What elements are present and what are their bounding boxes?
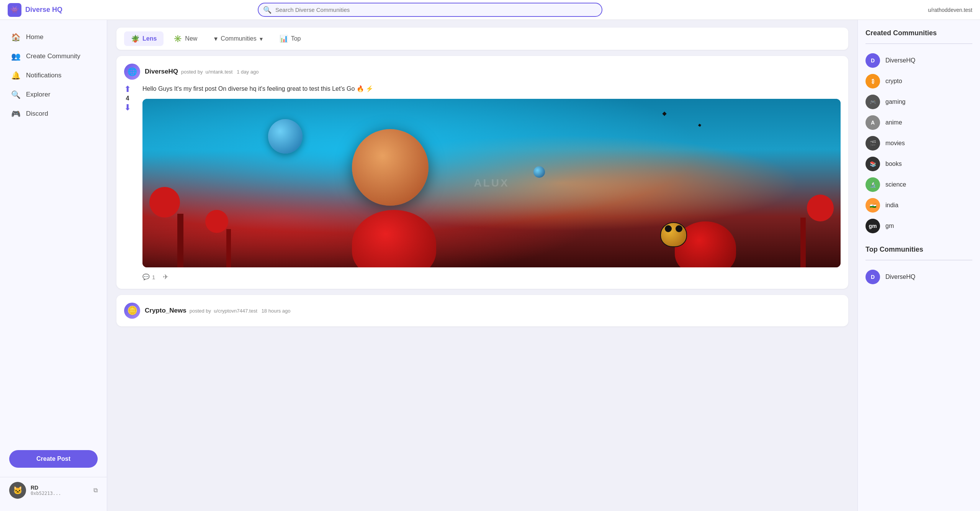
ladybug-eye-r bbox=[676, 225, 682, 232]
community-avatar-anime: A bbox=[865, 115, 880, 130]
second-post-submeta: posted by u/cryptovn7447.test 18 hours a… bbox=[188, 308, 290, 314]
community-item-anime[interactable]: A anime bbox=[865, 112, 972, 133]
user-handle: u/rathoddeven.test bbox=[928, 7, 972, 13]
sidebar-item-label-explorer: Explorer bbox=[26, 91, 50, 98]
nav-items: 🏠Home👥Create Community🔔Notifications🔍Exp… bbox=[0, 28, 107, 123]
right-sidebar: Created Communities D DiverseHQ ₿ crypto… bbox=[857, 20, 980, 511]
top-communities-list: D DiverseHQ bbox=[865, 267, 972, 287]
search-input[interactable] bbox=[258, 3, 602, 17]
community-name-movies: movies bbox=[885, 140, 905, 147]
app-logo-icon: 👾 bbox=[8, 3, 21, 17]
user-info: RD 0xb52213... bbox=[31, 485, 89, 496]
avatar: 🐱 bbox=[9, 482, 26, 499]
community-name-gm: gm bbox=[885, 223, 894, 229]
tab-top[interactable]: 📊Top bbox=[273, 31, 308, 46]
community-name-anime: anime bbox=[885, 119, 902, 126]
tree-trunk-2 bbox=[226, 229, 231, 267]
sidebar-item-notifications[interactable]: 🔔Notifications bbox=[0, 66, 107, 85]
community-name-india: india bbox=[885, 202, 898, 209]
community-name-crypto: crypto bbox=[885, 78, 902, 85]
top-community-name-diversehq-top: DiverseHQ bbox=[885, 274, 915, 280]
second-post-community-name[interactable]: Crypto_News bbox=[145, 307, 187, 314]
community-item-books[interactable]: 📚 books bbox=[865, 154, 972, 174]
community-item-science[interactable]: 🔬 science bbox=[865, 174, 972, 195]
post-submeta: posted by u/mtank.test 1 day ago bbox=[180, 69, 258, 75]
search-bar: 🔍 bbox=[258, 3, 602, 17]
top-tab-label: Top bbox=[291, 35, 301, 42]
second-post-header: 🪙 Crypto_News posted by u/cryptovn7447.t… bbox=[124, 303, 841, 319]
tree-top-1 bbox=[149, 187, 180, 218]
sidebar-item-discord[interactable]: 🎮Discord bbox=[0, 104, 107, 123]
created-communities-title: Created Communities bbox=[865, 29, 972, 37]
left-sidebar: 🏠Home👥Create Community🔔Notifications🔍Exp… bbox=[0, 20, 107, 511]
tree-top-2 bbox=[205, 210, 228, 233]
top-communities-title: Top Communities bbox=[865, 246, 972, 254]
tab-new[interactable]: ✳️New bbox=[167, 31, 204, 46]
create-community-icon: 👥 bbox=[11, 52, 21, 61]
tab-communities[interactable]: ▾Communities▾ bbox=[207, 31, 269, 46]
communities-tab-icon: ▾ bbox=[214, 34, 218, 43]
community-item-diversehq[interactable]: D DiverseHQ bbox=[865, 50, 972, 71]
community-avatar-diversehq: D bbox=[865, 53, 880, 68]
ladybug-eye-l bbox=[665, 225, 672, 232]
notifications-icon: 🔔 bbox=[11, 71, 21, 80]
sidebar-item-home[interactable]: 🏠Home bbox=[0, 28, 107, 47]
sidebar-item-create-community[interactable]: 👥Create Community bbox=[0, 47, 107, 66]
top-tab-icon: 📊 bbox=[280, 34, 288, 43]
post-image-scene: ALUX bbox=[142, 99, 841, 267]
feed-tabs: 🪴Lens✳️New▾Communities▾📊Top bbox=[116, 28, 848, 50]
community-name-gaming: gaming bbox=[885, 98, 905, 105]
second-post-meta: Crypto_News posted by u/cryptovn7447.tes… bbox=[145, 307, 841, 314]
vote-count: 4 bbox=[126, 95, 129, 102]
page-body: 🏠Home👥Create Community🔔Notifications🔍Exp… bbox=[0, 20, 980, 511]
community-avatar-gm: gm bbox=[865, 219, 880, 233]
vote-column: ⬆ 4 ⬇ bbox=[124, 84, 131, 281]
second-post-author: u/cryptovn7447.test bbox=[214, 308, 257, 314]
sidebar-item-label-create-community: Create Community bbox=[26, 52, 80, 60]
user-profile: 🐱 RD 0xb52213... ⧉ bbox=[0, 477, 107, 503]
sidebar-item-label-home: Home bbox=[26, 33, 43, 41]
tab-lens[interactable]: 🪴Lens bbox=[124, 31, 164, 46]
new-tab-label: New bbox=[185, 35, 197, 42]
lens-tab-label: Lens bbox=[142, 35, 157, 42]
downvote-button[interactable]: ⬇ bbox=[124, 103, 131, 113]
create-post-button[interactable]: Create Post bbox=[9, 450, 98, 468]
lens-tab-icon: 🪴 bbox=[131, 34, 139, 43]
top-community-avatar-diversehq-top: D bbox=[865, 270, 880, 284]
sidebar-item-explorer[interactable]: 🔍Explorer bbox=[0, 85, 107, 104]
header: 👾 Diverse HQ 🔍 u/rathoddeven.test bbox=[0, 0, 980, 20]
post-author: u/mtank.test bbox=[206, 69, 233, 75]
post-main-content: Hello Guys It's my first post On diverse… bbox=[142, 84, 841, 281]
planet-1 bbox=[268, 119, 303, 154]
discord-icon: 🎮 bbox=[11, 109, 21, 118]
divider-1 bbox=[865, 43, 972, 44]
community-name-diversehq: DiverseHQ bbox=[885, 57, 915, 64]
community-item-india[interactable]: 🇮🇳 india bbox=[865, 195, 972, 216]
upvote-button[interactable]: ⬆ bbox=[124, 84, 131, 94]
tree-trunk-1 bbox=[177, 214, 183, 267]
new-tab-icon: ✳️ bbox=[173, 34, 182, 43]
share-icon: ✈ bbox=[163, 273, 169, 281]
copy-address-icon[interactable]: ⧉ bbox=[93, 487, 98, 494]
community-avatar-movies: 🎬 bbox=[865, 136, 880, 151]
flying-object-2 bbox=[698, 124, 701, 127]
share-button[interactable]: ✈ bbox=[163, 273, 169, 281]
post-actions: 💬 1 ✈ bbox=[142, 273, 841, 281]
communities-tab-label: Communities bbox=[221, 35, 256, 42]
comment-button[interactable]: 💬 1 bbox=[142, 274, 155, 280]
second-post-card: 🪙 Crypto_News posted by u/cryptovn7447.t… bbox=[116, 295, 848, 326]
main-feed: 🪴Lens✳️New▾Communities▾📊Top 🌐 DiverseHQ … bbox=[107, 20, 857, 511]
community-item-gm[interactable]: gm gm bbox=[865, 216, 972, 236]
community-item-movies[interactable]: 🎬 movies bbox=[865, 133, 972, 154]
top-community-item-diversehq-top[interactable]: D DiverseHQ bbox=[865, 267, 972, 287]
community-item-crypto[interactable]: ₿ crypto bbox=[865, 71, 972, 92]
home-icon: 🏠 bbox=[11, 33, 21, 42]
community-item-gaming[interactable]: 🎮 gaming bbox=[865, 92, 972, 112]
communities-chevron-icon: ▾ bbox=[260, 35, 263, 43]
community-name-books: books bbox=[885, 161, 902, 167]
post-community-name[interactable]: DiverseHQ bbox=[145, 68, 178, 75]
community-name-science: science bbox=[885, 181, 906, 188]
tree-trunk-3 bbox=[800, 218, 806, 267]
post-community-icon: 🌐 bbox=[124, 64, 140, 80]
user-name: RD bbox=[31, 485, 89, 491]
